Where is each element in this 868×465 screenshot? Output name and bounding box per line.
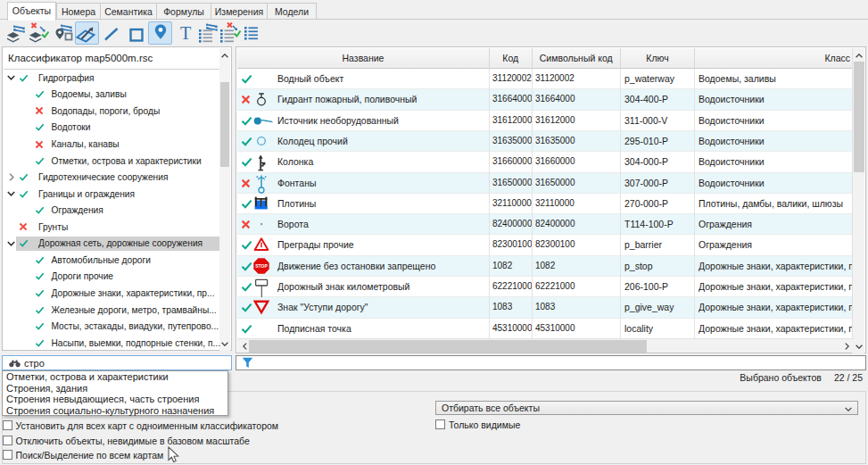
svg-text:T: T [179,23,190,43]
svg-text:STOP: STOP [255,263,268,269]
